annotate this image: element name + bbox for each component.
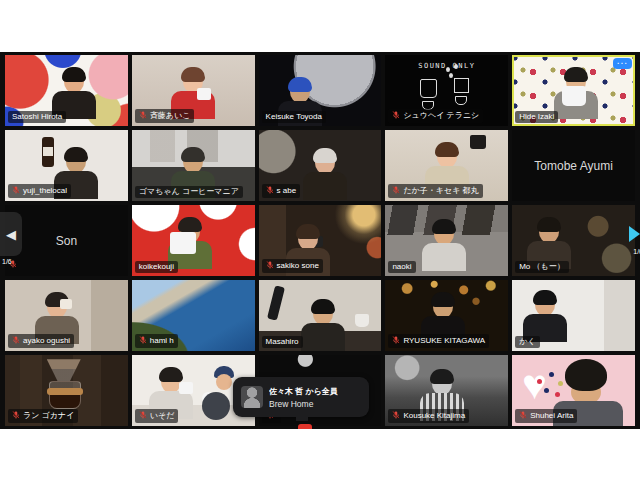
person-hair [311, 299, 335, 314]
participant-name-label: かく [515, 336, 539, 348]
video-tile-5[interactable]: Hide Izaki... [512, 55, 635, 126]
video-tile-4[interactable]: SOUND ONLYシュウヘイ テラニシ [385, 55, 508, 126]
participant-name-text: Shuhei Arita [530, 412, 573, 420]
participant-name-text: yuji_thelocal [23, 187, 67, 195]
tile-more-options-button[interactable]: ... [613, 58, 632, 69]
person-hair [296, 224, 320, 239]
video-tile-11[interactable]: Son [5, 205, 128, 276]
chat-sender-line: 佐々木 哲 から全員 [269, 386, 338, 397]
video-tile-20[interactable]: かく [512, 280, 635, 351]
participant-name-text: naoki [392, 263, 411, 271]
video-tile-6[interactable]: yuji_thelocal [5, 130, 128, 201]
scene-decor [42, 137, 54, 167]
next-page-arrow[interactable] [629, 226, 640, 242]
person-hair [430, 369, 454, 384]
participant-video-figure [303, 147, 347, 201]
video-tile-19[interactable]: RYUSUKE KITAGAWA [385, 280, 508, 351]
person-hair [181, 147, 205, 162]
participant-name-text: ラン ゴカナイ [23, 412, 74, 420]
muted-mic-icon [12, 186, 20, 196]
participant-name-text: Keisuke Toyoda [266, 113, 322, 121]
video-tile-25[interactable]: Shuhei Arita [512, 355, 635, 426]
toolbar-red-indicator[interactable] [298, 424, 312, 429]
muted-mic-icon [519, 411, 527, 421]
participant-name-label: ayako ogushi [8, 334, 74, 348]
video-tile-15[interactable]: Mo （もー） [512, 205, 635, 276]
previous-page-arrow[interactable]: ◀ [0, 212, 22, 256]
participant-name-text: いそだ [150, 412, 175, 420]
scene-decor [267, 285, 285, 320]
muted-mic-icon [266, 261, 274, 271]
sound-only-text: SOUND ONLY [418, 62, 475, 70]
participant-name-label: RYUSUKE KITAGAWA [388, 334, 489, 348]
participant-name-label: Mo （もー） [515, 261, 569, 273]
participant-name-label: sakiko sone [262, 259, 323, 273]
scene-decor [49, 381, 81, 409]
scene-decor [537, 379, 542, 384]
person-head [437, 146, 457, 168]
muted-mic-icon [266, 186, 274, 196]
person-hair [288, 77, 312, 92]
participant-name-text: ゴマちゃん コーヒーマニア [139, 188, 239, 196]
video-tile-8[interactable]: s abe [259, 130, 382, 201]
participant-name-label: ラン ゴカナイ [8, 409, 78, 423]
video-tile-1[interactable]: Satoshi Hirota [5, 55, 128, 126]
person-head [290, 81, 310, 103]
participant-name-centered: Son [5, 205, 128, 276]
person-torso [554, 91, 598, 119]
participant-name-text: かく [519, 338, 535, 346]
person-hair [45, 292, 69, 307]
person-head [183, 71, 203, 93]
participant-name-text: RYUSUKE KITAGAWA [403, 337, 485, 345]
person-hair [435, 142, 459, 157]
video-tile-16[interactable]: ayako ogushi [5, 280, 128, 351]
video-tile-21[interactable]: ラン ゴカナイ [5, 355, 128, 426]
person-head [64, 71, 84, 93]
scene-decor [420, 79, 437, 98]
person-head [535, 294, 555, 316]
muted-mic-icon [139, 411, 147, 421]
participant-name-label: koikekouji [135, 261, 178, 273]
person-head [433, 296, 453, 318]
person-hair [432, 219, 456, 234]
participant-name-label: hami h [135, 334, 178, 348]
person-head [315, 152, 335, 174]
page-indicator-left: 1/6 [2, 258, 12, 265]
participant-name-text: ayako ogushi [23, 337, 70, 345]
video-tile-7[interactable]: ゴマちゃん コーヒーマニア [132, 130, 255, 201]
video-tile-2[interactable]: 斉藤あいこ [132, 55, 255, 126]
video-tile-3[interactable]: Keisuke Toyoda [259, 55, 382, 126]
muted-mic-icon [392, 411, 400, 421]
chat-notification[interactable]: 佐々木 哲 から全員 Brew Home [233, 377, 369, 417]
scene-decor [385, 205, 508, 235]
participant-name-text: Kousuke Kitajima [403, 412, 465, 420]
video-tile-13[interactable]: sakiko sone [259, 205, 382, 276]
video-tile-14[interactable]: naoki [385, 205, 508, 276]
chevron-left-icon: ◀ [6, 227, 16, 242]
video-grid: Satoshi Hirota斉藤あいこKeisuke ToyodaSOUND O… [0, 52, 640, 429]
person-hair [537, 217, 561, 232]
video-tile-9[interactable]: たか子・キセキ 都丸 [385, 130, 508, 201]
chat-message-text: Brew Home [269, 399, 338, 409]
video-tile-12[interactable]: koikekouji [132, 205, 255, 276]
scene-decor [470, 135, 486, 149]
person-head [432, 373, 452, 395]
video-tile-17[interactable]: hami h [132, 280, 255, 351]
participant-name-label: 斉藤あいこ [135, 109, 195, 123]
participant-name-label: ゴマちゃん コーヒーマニア [135, 186, 243, 198]
person-head [161, 371, 181, 393]
person-head [183, 151, 203, 173]
video-tile-18[interactable]: Masahiro [259, 280, 382, 351]
participant-video-figure [554, 66, 606, 126]
participant-name-text: Mo （もー） [519, 263, 565, 271]
participant-name-label: s abe [262, 184, 301, 198]
video-tile-10[interactable]: Tomobe Ayumi [512, 130, 635, 201]
participant-name-label: Kousuke Kitajima [388, 409, 469, 423]
participant-name-label: Hide Izaki [515, 111, 558, 123]
participant-name-text: Satoshi Hirota [12, 113, 62, 121]
person-torso [301, 323, 345, 351]
participant-name-label: いそだ [135, 409, 179, 423]
video-tile-24[interactable]: Kousuke Kitajima [385, 355, 508, 426]
scene-decor [355, 314, 369, 327]
participant-name-text: s abe [277, 187, 297, 195]
